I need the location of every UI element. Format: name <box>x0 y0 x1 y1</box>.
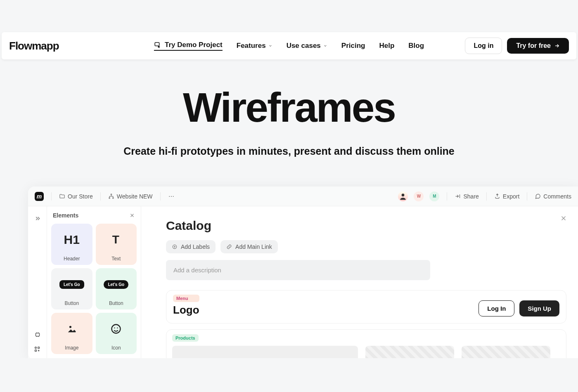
svg-rect-8 <box>36 333 39 336</box>
product-placeholder[interactable] <box>462 346 550 360</box>
nav-pricing[interactable]: Pricing <box>341 42 365 50</box>
hero-title: Wireframes <box>0 87 578 128</box>
svg-point-2 <box>109 198 110 199</box>
separator <box>100 192 101 201</box>
export-label: Export <box>503 193 519 200</box>
nav-blog-label: Blog <box>408 42 424 50</box>
element-image[interactable]: Image <box>51 313 92 354</box>
dots-icon <box>168 193 175 200</box>
nav-pricing-label: Pricing <box>341 42 365 50</box>
element-button-round[interactable]: Let's Go Button <box>96 268 137 309</box>
element-icon[interactable]: Icon <box>96 313 137 354</box>
app-topbar: m Our Store Website NEW W M <box>28 187 578 206</box>
hero: Wireframes Create hi-fi prototypes in mi… <box>0 87 578 157</box>
svg-point-9 <box>35 347 36 349</box>
try-free-label: Try for free <box>516 42 551 50</box>
comment-icon <box>535 193 541 199</box>
nav-usecases-label: Use cases <box>287 42 321 50</box>
app-logo-icon[interactable]: m <box>35 192 44 201</box>
brand-logo[interactable]: Flowmapp <box>9 40 59 52</box>
panel-title: Elements <box>53 212 78 219</box>
separator <box>486 192 487 201</box>
wireframe-menu-block[interactable]: Menu Logo Log In Sign Up <box>166 290 566 324</box>
svg-point-7 <box>402 194 405 196</box>
add-component-icon[interactable] <box>34 346 41 353</box>
smile-icon <box>110 323 122 335</box>
svg-point-12 <box>69 326 71 328</box>
add-labels-chip[interactable]: Add Labels <box>166 240 216 253</box>
bottom-mask <box>0 358 578 392</box>
tag-products: Products <box>172 334 199 342</box>
close-icon[interactable] <box>129 213 135 218</box>
nav-right: Log in Try for free <box>465 38 569 54</box>
elements-panel: Elements H1 Header T Text Let's Go Butto… <box>47 206 141 360</box>
description-input[interactable]: Add a description <box>166 260 430 280</box>
app-preview: m Our Store Website NEW W M <box>28 187 578 360</box>
page-title[interactable]: Catalog <box>166 219 566 233</box>
svg-rect-0 <box>155 43 159 46</box>
login-button[interactable]: Log in <box>465 38 502 54</box>
share-icon <box>455 193 461 199</box>
svg-point-1 <box>111 194 112 195</box>
navbar: Flowmapp Try Demo Project Features Use c… <box>2 32 576 59</box>
wireframe-login-button[interactable]: Log In <box>479 300 514 316</box>
separator <box>160 192 161 201</box>
arrow-right-icon <box>554 43 560 49</box>
product-hero-placeholder[interactable]: Overline <box>172 346 358 360</box>
try-free-button[interactable]: Try for free <box>507 38 569 54</box>
share-label: Share <box>463 193 479 200</box>
wireframe-products-block[interactable]: Products Overline <box>166 329 566 360</box>
nav-features[interactable]: Features <box>237 42 272 50</box>
image-icon <box>66 323 78 335</box>
nav-usecases[interactable]: Use cases <box>287 42 327 50</box>
share-button[interactable]: Share <box>455 193 479 200</box>
svg-point-6 <box>173 196 173 196</box>
nav-try-demo[interactable]: Try Demo Project <box>154 41 223 51</box>
close-icon[interactable] <box>560 215 567 222</box>
crumb-file[interactable]: Website NEW <box>108 193 153 200</box>
left-rail <box>28 206 47 360</box>
element-button-square[interactable]: Let's Go Button <box>51 268 92 309</box>
collapse-icon[interactable] <box>34 215 41 223</box>
element-header[interactable]: H1 Header <box>51 224 92 265</box>
add-link-chip[interactable]: Add Main Link <box>220 240 278 253</box>
svg-point-15 <box>117 328 118 328</box>
tag-menu: Menu <box>173 295 199 302</box>
hero-subtitle: Create hi-fi prototypes in minutes, pres… <box>0 145 578 157</box>
crumb-project-label: Our Store <box>68 193 93 200</box>
separator <box>527 192 527 201</box>
element-text-vis: T <box>96 224 137 256</box>
avatar-user[interactable] <box>398 191 408 201</box>
wireframe-signup-button[interactable]: Sign Up <box>519 300 559 316</box>
sitemap-icon <box>108 193 114 199</box>
element-image-label: Image <box>65 345 78 354</box>
canvas[interactable]: Catalog Add Labels Add Main <box>141 206 578 360</box>
svg-rect-11 <box>35 350 36 352</box>
frame-icon[interactable] <box>34 331 41 338</box>
product-placeholder[interactable] <box>365 346 454 360</box>
canvas-wrap: Catalog Add Labels Add Main <box>141 206 578 360</box>
add-labels-text: Add Labels <box>181 243 210 250</box>
element-button2-label: Button <box>109 300 123 309</box>
svg-point-4 <box>169 196 170 196</box>
element-icon-label: Icon <box>111 345 121 354</box>
nav-help[interactable]: Help <box>379 42 394 50</box>
chevron-down-icon <box>268 44 272 48</box>
element-header-vis: H1 <box>51 224 92 256</box>
avatar-w[interactable]: W <box>414 191 424 201</box>
svg-point-3 <box>112 198 114 199</box>
element-text[interactable]: T Text <box>96 224 137 265</box>
more-menu[interactable] <box>168 193 175 200</box>
crumb-project[interactable]: Our Store <box>59 193 93 200</box>
pill-round: Let's Go <box>104 280 128 289</box>
svg-point-13 <box>112 325 121 333</box>
export-icon <box>494 193 500 199</box>
comments-button[interactable]: Comments <box>535 193 571 200</box>
nav-features-label: Features <box>237 42 266 50</box>
avatar-m[interactable]: M <box>429 191 439 201</box>
export-button[interactable]: Export <box>494 193 519 200</box>
element-button1-label: Button <box>64 300 79 309</box>
crumb-file-label: Website NEW <box>117 193 153 200</box>
nav-blog[interactable]: Blog <box>408 42 424 50</box>
separator <box>447 192 447 201</box>
